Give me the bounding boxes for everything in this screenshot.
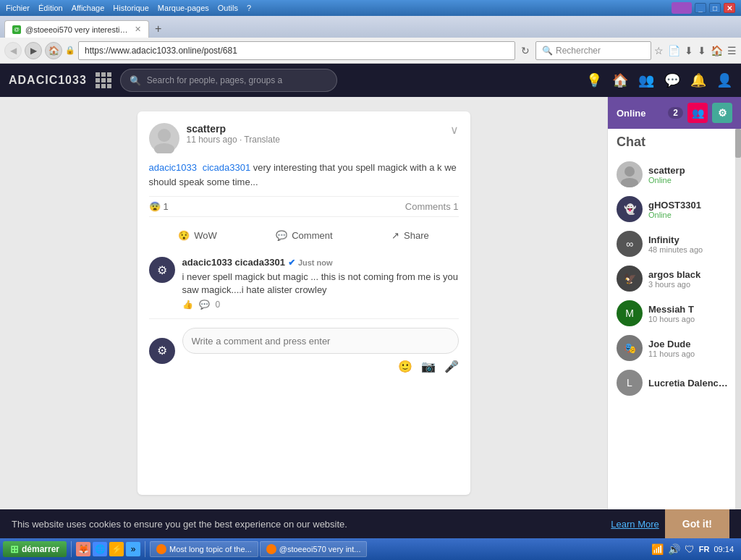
chat-avatar-infinity: ∞ <box>617 231 643 257</box>
emoji-icon[interactable]: 🙂 <box>398 360 412 373</box>
post-chevron-icon[interactable]: ∨ <box>450 123 459 137</box>
like-icon[interactable]: 👍 <box>182 300 193 310</box>
mention-link-2[interactable]: cicada3301 <box>203 162 251 173</box>
sidebar-scrollbar-thumb[interactable] <box>735 129 741 158</box>
menu-outils[interactable]: Outils <box>218 4 238 12</box>
post-username[interactable]: scatterp <box>187 123 450 135</box>
tray-time: 09:14 <box>714 545 734 553</box>
app-search-bar[interactable]: 🔍 <box>120 69 337 92</box>
download-icon[interactable]: ⬇ <box>698 45 706 56</box>
forward-button[interactable]: ▶ <box>25 42 42 59</box>
taskbar-tray: 📶 🔊 🛡 FR 09:14 <box>647 543 738 555</box>
browser-extension[interactable] <box>672 2 692 14</box>
wow-button[interactable]: 😯 WoW <box>169 226 226 245</box>
taskbar-item-1[interactable]: Most long topic of the... <box>150 541 258 557</box>
menu-affichage[interactable]: Affichage <box>72 4 105 12</box>
chat-section: Chat scatterp Online 👻 gHOST3301 Online <box>608 129 741 406</box>
chat-username-infinity: Infinity <box>648 234 732 245</box>
address-icons: ☆ 📄 ⬇ ⬇ 🏠 ☰ <box>654 45 737 56</box>
profile-icon[interactable]: 👤 <box>716 72 732 88</box>
taskbar-icon-1[interactable]: 🦊 <box>76 542 90 556</box>
reader-icon[interactable]: 📄 <box>668 45 680 56</box>
start-label: démarrer <box>22 544 59 554</box>
chat-user-info-lucretia: Lucretia Dalencourt <box>648 378 732 389</box>
refresh-button[interactable]: ↻ <box>518 45 533 56</box>
mic-icon[interactable]: 🎤 <box>444 360 459 373</box>
chat-username-ghost: gHOST3301 <box>648 200 732 211</box>
minimize-button[interactable]: _ <box>695 3 706 13</box>
chat-status-scatterp: Online <box>648 176 732 184</box>
comment-button[interactable]: 💬 Comment <box>267 226 341 245</box>
comment-input[interactable] <box>182 328 459 354</box>
home-nav-icon[interactable]: 🏠 <box>612 72 628 88</box>
chat-avatar-scatterp <box>617 161 643 187</box>
dislike-icon[interactable]: 💬 <box>199 300 210 310</box>
comment-text: i never spell magick but magic ... this … <box>182 271 459 297</box>
online-header: Online 2 👥 ⚙ <box>608 97 741 129</box>
comment-actions: 👍 💬 0 <box>182 300 459 310</box>
lightbulb-icon[interactable]: 💡 <box>586 72 602 88</box>
camera-icon[interactable]: 📷 <box>421 360 436 373</box>
search-bar[interactable]: 🔍 Rechercher <box>535 41 651 60</box>
cookie-got-it-button[interactable]: Got it! <box>665 509 729 538</box>
menu-fichier[interactable]: Fichier <box>6 4 30 12</box>
friends-icon[interactable]: 👥 <box>638 72 654 88</box>
grid-icon[interactable] <box>96 72 111 88</box>
active-tab[interactable]: @ @stoeeoi570 very interesting... ✕ <box>4 20 149 38</box>
menu-marque-pages[interactable]: Marque-pages <box>158 4 209 12</box>
menu-icon[interactable]: ☰ <box>727 45 737 56</box>
main-content: scatterp 11 hours ago · Translate ∨ adac… <box>0 97 741 509</box>
sidebar-scrollbar-track[interactable] <box>735 129 741 509</box>
tray-language[interactable]: FR <box>699 545 710 553</box>
maximize-button[interactable]: □ <box>709 3 721 13</box>
notifications-icon[interactable]: 🔔 <box>690 72 706 88</box>
close-button[interactable]: ✕ <box>724 3 735 13</box>
taskbar-icon-4[interactable]: » <box>126 542 140 556</box>
pocket-icon[interactable]: ⬇ <box>685 45 693 56</box>
new-tab-button[interactable]: + <box>151 20 166 38</box>
home-button[interactable]: 🏠 <box>45 42 62 59</box>
reaction-count[interactable]: 😨 1 <box>149 201 169 212</box>
comment-count[interactable]: Comments 1 <box>405 201 459 212</box>
chat-user-argos[interactable]: 🦅 argos black 3 hours ago <box>614 261 735 296</box>
cookie-learn-more-link[interactable]: Learn More <box>611 519 659 530</box>
chat-user-ghost[interactable]: 👻 gHOST3301 Online <box>614 192 735 226</box>
mention-link-1[interactable]: adacic1033 <box>149 162 198 173</box>
chat-user-joedude[interactable]: 🎭 Joe Dude 11 hours ago <box>614 331 735 365</box>
chat-avatar-joedude: 🎭 <box>617 335 643 361</box>
share-button[interactable]: ↗ Share <box>383 226 438 245</box>
cookie-message: This website uses cookies to ensure you … <box>12 519 605 530</box>
taskbar-item-2[interactable]: @stoeeoi570 very int... <box>260 541 368 557</box>
chat-user-lucretia[interactable]: L Lucretia Dalencourt <box>614 365 735 400</box>
sidebar-content: Chat scatterp Online 👻 gHOST3301 Online <box>608 129 741 509</box>
menu-edition[interactable]: Édition <box>38 4 63 12</box>
svg-point-1 <box>154 143 174 153</box>
back-button[interactable]: ◀ <box>4 42 22 59</box>
cookie-bar: This website uses cookies to ensure you … <box>0 509 741 538</box>
settings-action-button[interactable]: ⚙ <box>712 103 732 123</box>
chat-username-messiah: Messiah T <box>648 304 732 315</box>
chat-user-infinity[interactable]: ∞ Infinity 48 minutes ago <box>614 226 735 261</box>
post-avatar <box>149 123 179 153</box>
app-search-input[interactable] <box>147 75 328 85</box>
app-logo: ADACIC1033 <box>9 74 87 87</box>
menu-historique[interactable]: Historique <box>113 4 149 12</box>
taskbar-icon-3[interactable]: ⚡ <box>109 542 124 556</box>
start-button[interactable]: ⊞ démarrer <box>3 541 67 557</box>
action-buttons: 😯 WoW 💬 Comment ↗ Share <box>149 223 459 248</box>
chat-username-scatterp: scatterp <box>648 165 732 176</box>
home-addr-icon[interactable]: 🏠 <box>711 45 723 56</box>
users-action-button[interactable]: 👥 <box>687 103 708 123</box>
url-input[interactable] <box>78 41 515 60</box>
menu-help[interactable]: ? <box>247 4 251 12</box>
chat-status-ghost: Online <box>648 211 732 219</box>
chat-username-lucretia: Lucretia Dalencourt <box>648 378 732 389</box>
messages-icon[interactable]: 💬 <box>664 72 680 88</box>
bookmark-icon[interactable]: ☆ <box>654 45 664 56</box>
post-time: 11 hours ago · Translate <box>187 135 450 145</box>
taskbar-icon-2[interactable]: 🌐 <box>93 542 107 556</box>
chat-user-scatterp[interactable]: scatterp Online <box>614 157 735 192</box>
chat-user-messiah[interactable]: M Messiah T 10 hours ago <box>614 296 735 331</box>
tab-close-icon[interactable]: ✕ <box>135 25 141 34</box>
comment-time: Just now <box>298 258 333 267</box>
